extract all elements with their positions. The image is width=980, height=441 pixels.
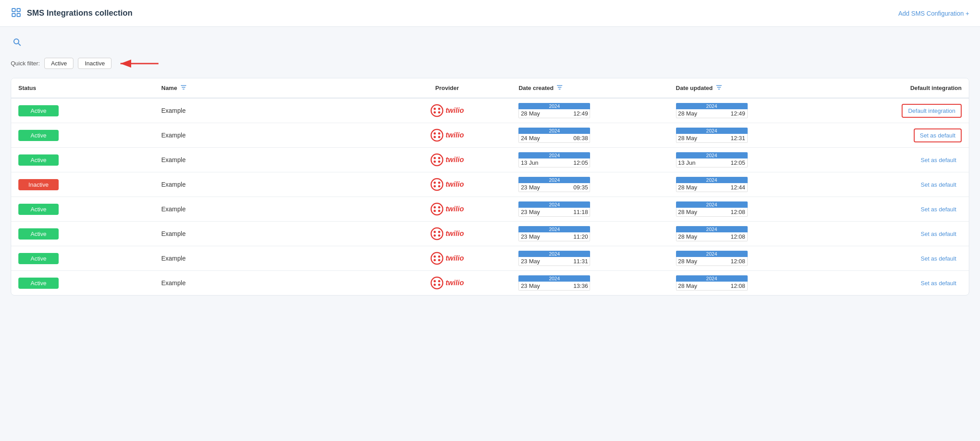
svg-point-17 xyxy=(431,105,443,116)
svg-rect-0 xyxy=(12,9,15,12)
svg-point-40 xyxy=(434,210,436,212)
twilio-text: twilio xyxy=(445,279,464,287)
date-created-filter-icon[interactable] xyxy=(556,84,563,92)
add-sms-config-button[interactable]: Add SMS Configuration + xyxy=(899,10,970,17)
twilio-logo: twilio xyxy=(390,153,504,167)
table-row: ActiveExample twilio 2024 13 Jun 12:05 xyxy=(11,148,969,172)
col-header-status: Status xyxy=(11,78,154,98)
twilio-icon xyxy=(430,128,444,142)
twilio-icon xyxy=(430,104,444,117)
svg-rect-1 xyxy=(17,9,20,12)
svg-point-38 xyxy=(434,206,436,209)
svg-rect-3 xyxy=(12,13,15,17)
table-row: ActiveExample twilio 2024 23 May 13:36 xyxy=(11,271,969,295)
svg-point-46 xyxy=(438,235,441,237)
row-date-created: 2024 23 May 09:35 xyxy=(511,172,668,197)
annotation-arrow xyxy=(116,58,161,69)
svg-point-27 xyxy=(431,154,443,166)
row-date-updated: 2024 28 May 12:44 xyxy=(669,172,826,197)
set-as-default-button[interactable]: Set as default xyxy=(916,277,962,289)
twilio-icon xyxy=(430,252,444,265)
svg-point-37 xyxy=(431,203,443,215)
twilio-logo: twilio xyxy=(390,227,504,240)
set-as-default-button[interactable]: Set as default xyxy=(914,128,962,142)
svg-point-47 xyxy=(431,253,443,264)
twilio-text: twilio xyxy=(445,107,464,115)
status-badge: Active xyxy=(18,154,59,166)
svg-point-29 xyxy=(438,157,441,159)
filter-inactive-button[interactable]: Inactive xyxy=(78,58,111,69)
row-date-created: 2024 23 May 13:36 xyxy=(511,271,668,295)
twilio-text: twilio xyxy=(445,156,464,164)
set-as-default-button[interactable]: Set as default xyxy=(916,228,962,240)
twilio-text: twilio xyxy=(445,205,464,213)
svg-point-34 xyxy=(438,182,441,184)
row-provider: twilio xyxy=(383,172,511,197)
svg-point-45 xyxy=(434,235,436,237)
svg-point-50 xyxy=(434,259,436,261)
set-as-default-button[interactable]: Set as default xyxy=(916,203,962,215)
svg-point-23 xyxy=(434,133,436,135)
svg-point-32 xyxy=(431,179,443,190)
twilio-icon xyxy=(430,227,444,240)
table-body: ActiveExample twilio 2024 28 May 12:49 xyxy=(11,98,969,295)
quick-filter-row: Quick filter: Active Inactive xyxy=(11,58,969,69)
svg-point-42 xyxy=(431,228,443,240)
list-icon xyxy=(11,7,21,19)
svg-point-28 xyxy=(434,157,436,159)
row-default-action: Set as default xyxy=(826,172,969,197)
svg-line-5 xyxy=(18,43,21,46)
page-header: SMS Integrations collection Add SMS Conf… xyxy=(0,0,980,27)
svg-point-43 xyxy=(434,231,436,233)
row-provider: twilio xyxy=(383,222,511,246)
default-integration-button[interactable]: Default integration xyxy=(902,104,962,118)
row-default-action: Set as default xyxy=(826,123,969,148)
svg-point-30 xyxy=(434,161,436,163)
twilio-logo: twilio xyxy=(390,276,504,290)
name-filter-icon[interactable] xyxy=(180,84,187,92)
svg-point-55 xyxy=(434,284,436,286)
status-badge: Active xyxy=(18,253,59,264)
row-provider: twilio xyxy=(383,123,511,148)
quick-filter-label: Quick filter: xyxy=(11,60,40,67)
row-provider: twilio xyxy=(383,98,511,123)
row-name: Example xyxy=(154,123,383,148)
status-badge: Active xyxy=(18,105,59,116)
twilio-text: twilio xyxy=(445,180,464,188)
table-row: ActiveExample twilio 2024 23 May 11:20 xyxy=(11,222,969,246)
col-header-date-created: Date created xyxy=(511,78,668,98)
page-title: SMS Integrations collection xyxy=(27,9,133,18)
table-row: ActiveExample twilio 2024 23 May 11:18 xyxy=(11,197,969,222)
row-default-action: Set as default xyxy=(826,222,969,246)
row-date-updated: 2024 28 May 12:08 xyxy=(669,197,826,222)
date-updated-filter-icon[interactable] xyxy=(715,84,723,92)
table-row: ActiveExample twilio 2024 23 May 11:31 xyxy=(11,246,969,271)
row-date-created: 2024 23 May 11:20 xyxy=(511,222,668,246)
col-header-name: Name xyxy=(154,78,383,98)
svg-point-31 xyxy=(438,161,441,163)
row-name: Example xyxy=(154,148,383,172)
search-button[interactable] xyxy=(11,36,23,51)
svg-point-48 xyxy=(434,256,436,258)
integrations-table: Status Name xyxy=(11,78,969,295)
row-provider: twilio xyxy=(383,246,511,271)
status-badge: Active xyxy=(18,204,59,215)
row-date-created: 2024 13 Jun 12:05 xyxy=(511,148,668,172)
table-row: ActiveExample twilio 2024 24 May 08:38 xyxy=(11,123,969,148)
svg-point-39 xyxy=(438,206,441,209)
row-name: Example xyxy=(154,172,383,197)
set-as-default-button[interactable]: Set as default xyxy=(916,179,962,191)
twilio-text: twilio xyxy=(445,254,464,262)
set-as-default-button[interactable]: Set as default xyxy=(916,253,962,265)
svg-point-44 xyxy=(438,231,441,233)
row-date-created: 2024 23 May 11:18 xyxy=(511,197,668,222)
row-provider: twilio xyxy=(383,148,511,172)
svg-point-19 xyxy=(438,108,441,110)
filter-active-button[interactable]: Active xyxy=(44,58,73,69)
svg-point-52 xyxy=(431,277,443,289)
main-content: Quick filter: Active Inactive xyxy=(0,27,980,304)
set-as-default-button[interactable]: Set as default xyxy=(916,154,962,166)
row-name: Example xyxy=(154,246,383,271)
svg-point-4 xyxy=(14,39,19,44)
row-name: Example xyxy=(154,197,383,222)
